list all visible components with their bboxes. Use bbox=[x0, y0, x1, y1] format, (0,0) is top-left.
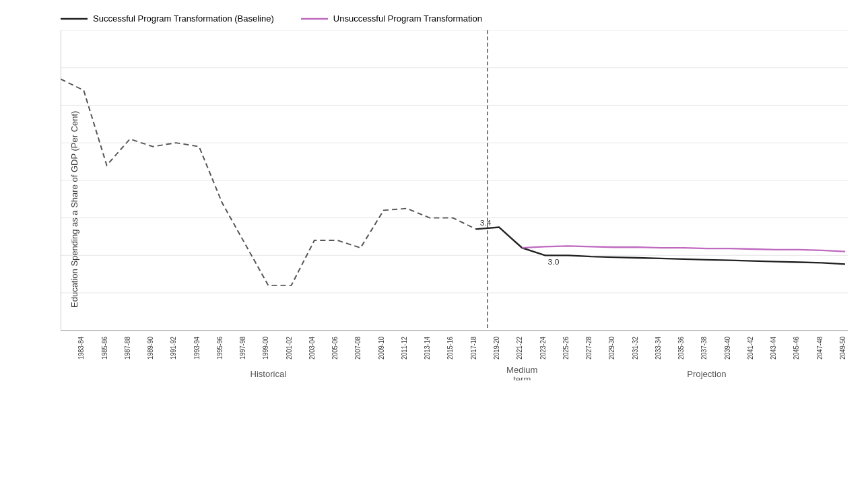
svg-text:2043-44: 2043-44 bbox=[770, 336, 777, 359]
svg-text:2011-12: 2011-12 bbox=[401, 337, 408, 359]
svg-text:2017-18: 2017-18 bbox=[469, 337, 477, 359]
svg-text:2001-02: 2001-02 bbox=[285, 337, 292, 359]
legend-baseline-line-icon bbox=[61, 15, 88, 23]
historical-section-label: Historical bbox=[250, 370, 286, 379]
svg-text:2037-38: 2037-38 bbox=[700, 337, 708, 359]
legend-unsuccessful-label: Unsuccessful Program Transformation bbox=[333, 13, 482, 24]
svg-text:2025-26: 2025-26 bbox=[562, 337, 569, 359]
svg-text:2035-36: 2035-36 bbox=[677, 337, 685, 359]
legend-unsuccessful-line-icon bbox=[301, 15, 328, 23]
svg-text:1985-86: 1985-86 bbox=[100, 337, 108, 359]
svg-text:2047-48: 2047-48 bbox=[815, 337, 823, 359]
unsuccessful-projection-line bbox=[522, 246, 845, 251]
chart-legend: Successful Program Transformation (Basel… bbox=[61, 13, 848, 24]
svg-text:1995-96: 1995-96 bbox=[215, 337, 223, 359]
chart-container: Successful Program Transformation (Basel… bbox=[0, 0, 868, 480]
svg-text:1997-98: 1997-98 bbox=[239, 337, 246, 359]
svg-text:2045-46: 2045-46 bbox=[793, 337, 800, 359]
x-axis-labels: 1981-82 1983-84 1985-86 1987-88 1989-90 … bbox=[61, 336, 846, 359]
svg-text:1999-00: 1999-00 bbox=[262, 337, 269, 359]
svg-text:2031-32: 2031-32 bbox=[631, 337, 638, 359]
baseline-projection-line bbox=[476, 228, 845, 265]
annotation-30: 3.0 bbox=[548, 258, 560, 266]
svg-text:2003-04: 2003-04 bbox=[308, 336, 316, 359]
svg-text:1981-82: 1981-82 bbox=[61, 337, 62, 359]
annotation-34: 3.4 bbox=[480, 218, 492, 226]
svg-text:2033-34: 2033-34 bbox=[654, 336, 661, 359]
svg-text:1991-92: 1991-92 bbox=[170, 337, 177, 359]
svg-text:2015-16: 2015-16 bbox=[446, 337, 454, 359]
svg-text:2049-50: 2049-50 bbox=[839, 337, 846, 359]
chart-svg-area: 6.0 5.5 5.0 4.5 4.0 3.5 3.0 2.5 2.0 1981… bbox=[61, 30, 848, 421]
legend-unsuccessful: Unsuccessful Program Transformation bbox=[301, 13, 482, 24]
svg-text:2005-06: 2005-06 bbox=[331, 337, 339, 359]
svg-text:2041-42: 2041-42 bbox=[747, 337, 754, 359]
svg-text:2009-10: 2009-10 bbox=[377, 337, 385, 359]
main-chart-svg: 6.0 5.5 5.0 4.5 4.0 3.5 3.0 2.5 2.0 1981… bbox=[61, 30, 848, 380]
svg-text:2023-24: 2023-24 bbox=[539, 336, 546, 359]
svg-text:2027-28: 2027-28 bbox=[585, 337, 593, 359]
svg-text:2007-08: 2007-08 bbox=[354, 337, 362, 359]
legend-baseline: Successful Program Transformation (Basel… bbox=[61, 13, 274, 24]
projection-section-label: Projection bbox=[687, 370, 726, 379]
historical-line bbox=[61, 79, 476, 285]
svg-text:1987-88: 1987-88 bbox=[123, 337, 131, 359]
svg-text:1993-94: 1993-94 bbox=[193, 336, 200, 359]
svg-text:2019-20: 2019-20 bbox=[493, 337, 500, 359]
medium-term-section-label: Medium bbox=[506, 366, 538, 374]
svg-text:2039-40: 2039-40 bbox=[723, 337, 731, 359]
svg-text:1989-90: 1989-90 bbox=[147, 337, 154, 359]
svg-text:2013-14: 2013-14 bbox=[424, 336, 431, 359]
svg-text:1983-84: 1983-84 bbox=[77, 336, 85, 359]
legend-baseline-label: Successful Program Transformation (Basel… bbox=[93, 13, 274, 24]
svg-text:2029-30: 2029-30 bbox=[608, 337, 615, 359]
medium-term-section-label2: term bbox=[513, 375, 531, 380]
svg-text:2021-22: 2021-22 bbox=[516, 337, 523, 359]
